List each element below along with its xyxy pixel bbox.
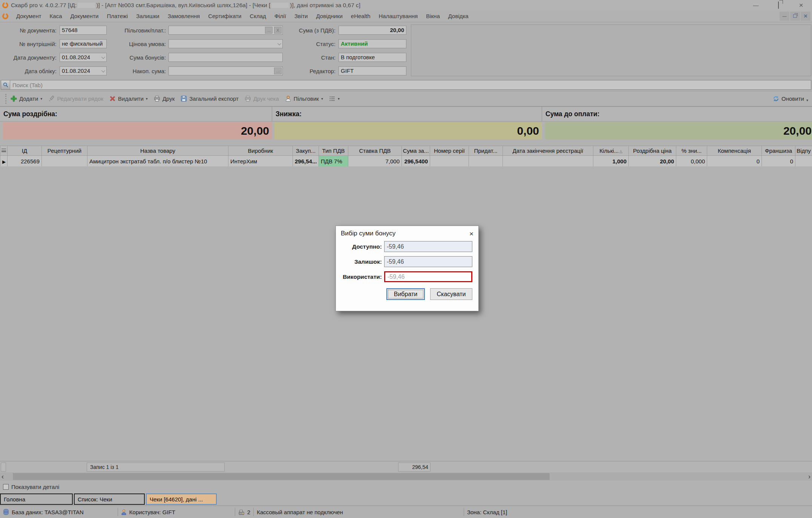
mdi-close-icon[interactable]: × <box>801 12 810 21</box>
bonus-sum-field[interactable] <box>169 53 283 62</box>
menu-filii[interactable]: Філії <box>270 11 290 21</box>
mdi-minimize-icon[interactable]: — <box>780 12 789 21</box>
mdi-restore-icon[interactable] <box>790 12 800 21</box>
minimize-icon[interactable]: — <box>752 2 760 8</box>
cell-validity[interactable] <box>469 156 503 167</box>
col-discount-pct[interactable]: % зни... <box>676 146 707 156</box>
search-icon[interactable] <box>1 80 10 89</box>
state-label: Стан: <box>286 54 336 61</box>
menu-zalyshky[interactable]: Залишки <box>132 11 164 21</box>
tab-spysok-cheky[interactable]: Список: Чеки <box>74 493 145 505</box>
cell-vat-rate[interactable]: 7,000 <box>348 156 402 167</box>
add-button[interactable]: Додати▾ <box>11 95 42 102</box>
cell-quantity[interactable]: 1,000 <box>593 156 629 167</box>
col-dispense[interactable]: Відпу <box>795 146 812 156</box>
col-prescription[interactable]: Рецептурний <box>42 146 87 156</box>
cell-discount-pct[interactable]: 0,000 <box>676 156 707 167</box>
use-field[interactable]: -59,46 <box>384 271 472 282</box>
col-product-name[interactable]: Назва товару <box>87 146 228 156</box>
col-compensation[interactable]: Компенсація <box>707 146 762 156</box>
cell-purchase[interactable]: 296,54... <box>293 156 319 167</box>
lookup-button[interactable]: … <box>265 27 273 34</box>
account-date-field[interactable]: 01.08.2024 <box>60 66 107 75</box>
cancel-button[interactable]: Скасувати <box>430 288 472 300</box>
cell-product-name[interactable]: Амицитрон экстратаб табл. п/о блистер №1… <box>87 156 228 167</box>
menu-zamovlennia[interactable]: Замовлення <box>164 11 204 21</box>
cell-retail-price[interactable]: 20,00 <box>629 156 676 167</box>
cell-franchise[interactable]: 0 <box>762 156 795 167</box>
cell-prescription[interactable] <box>42 156 87 167</box>
col-purchase[interactable]: Закуп... <box>293 146 319 156</box>
menu-dokument[interactable]: Документ <box>12 11 46 21</box>
toolbar-grip[interactable] <box>5 94 7 104</box>
clear-button[interactable]: X <box>274 27 282 34</box>
tab-holovna[interactable]: Головна <box>0 493 73 505</box>
col-validity[interactable]: Придат... <box>469 146 503 156</box>
cell-vat-type[interactable]: ПДВ 7% <box>319 156 348 167</box>
menu-sklad[interactable]: Склад <box>245 11 270 21</box>
chevron-down-icon[interactable] <box>101 55 105 59</box>
select-button[interactable]: Вибрати <box>386 288 425 300</box>
table-row[interactable]: ▶ 226569 Амицитрон экстратаб табл. п/о б… <box>0 156 812 167</box>
menu-ehealth[interactable]: eHealth <box>347 11 375 21</box>
delete-button[interactable]: Видалити▾ <box>109 95 148 102</box>
col-sum-for[interactable]: Сума за... <box>402 146 430 156</box>
menu-dokumenty[interactable]: Документи <box>66 11 103 21</box>
edit-row-button[interactable]: Редагувати рядок <box>48 95 103 102</box>
col-id[interactable]: ІД <box>8 146 42 156</box>
redacted-block <box>271 3 289 8</box>
col-reg-expiry[interactable]: Дата закінчення реєстрації <box>503 146 593 156</box>
cell-reg-expiry[interactable] <box>503 156 593 167</box>
doc-number-field[interactable]: 57648 <box>60 26 107 35</box>
menu-vikna[interactable]: Вікна <box>422 11 444 21</box>
search-input[interactable] <box>10 82 811 88</box>
internal-number-field[interactable]: не фискальный <box>60 39 107 48</box>
menu-dovidnyky[interactable]: Довідники <box>312 11 347 21</box>
chevron-down-icon[interactable] <box>101 69 105 72</box>
col-franchise[interactable]: Франшиза <box>762 146 795 156</box>
col-vat-rate[interactable]: Ставка ПДВ <box>348 146 402 156</box>
title-bar: Скарб pro v. 4.0.2.77 [ІД: )] - [Апт №00… <box>0 0 812 10</box>
print-receipt-button[interactable]: Друк чека <box>245 95 279 102</box>
chevron-down-icon[interactable] <box>277 42 281 45</box>
print-button[interactable]: Друк <box>154 95 175 102</box>
search-box[interactable] <box>1 80 811 90</box>
cell-manufacturer[interactable]: ИнтерХим <box>228 156 293 167</box>
horizontal-scrollbar[interactable]: ‹ › <box>0 472 812 481</box>
accum-sum-field[interactable]: … <box>169 66 283 75</box>
menu-nalashtuvannia[interactable]: Налаштування <box>375 11 422 21</box>
col-quantity[interactable]: Кількі...△ <box>593 146 629 156</box>
col-manufacturer[interactable]: Виробник <box>228 146 293 156</box>
cell-compensation[interactable]: 0 <box>707 156 762 167</box>
menu-sertyfikaty[interactable]: Сертифікати <box>204 11 245 21</box>
close-icon[interactable]: × <box>797 1 805 9</box>
tab-cheky-active[interactable]: Чеки [64620], дані ... <box>146 493 217 505</box>
scroll-right-icon[interactable]: › <box>808 472 810 481</box>
scroll-left-icon[interactable]: ‹ <box>2 472 4 481</box>
caret-down-icon: ▾ <box>40 97 42 101</box>
cell-id[interactable]: 226569 <box>8 156 42 167</box>
export-button[interactable]: Загальний експорт <box>181 95 239 102</box>
cell-dispense[interactable] <box>795 156 812 167</box>
beneficiary-field[interactable]: … X <box>169 26 283 35</box>
scrollbar-thumb[interactable] <box>13 473 550 480</box>
dialog-close-icon[interactable]: × <box>469 230 473 237</box>
menu-kasa[interactable]: Каса <box>46 11 66 21</box>
show-details-checkbox[interactable] <box>3 484 9 490</box>
beneficiary-button[interactable]: Пільговик▾ <box>285 95 323 102</box>
col-grip[interactable] <box>0 146 8 156</box>
col-serial[interactable]: Номер серії <box>430 146 469 156</box>
menu-zvity[interactable]: Звіти <box>290 11 312 21</box>
restore-icon[interactable] <box>774 2 783 8</box>
menu-dovidka[interactable]: Довідка <box>444 11 473 21</box>
price-condition-select[interactable] <box>169 39 283 48</box>
view-options-button[interactable]: ▾ <box>329 95 340 102</box>
cell-serial[interactable] <box>430 156 469 167</box>
lookup-button[interactable]: … <box>274 68 282 74</box>
refresh-button[interactable]: Оновити ▾ <box>773 95 812 102</box>
col-retail-price[interactable]: Роздрібна ціна <box>629 146 676 156</box>
cell-sum-for[interactable]: 296,5400 <box>402 156 430 167</box>
col-vat-type[interactable]: Тип ПДВ <box>319 146 348 156</box>
doc-date-field[interactable]: 01.08.2024 <box>60 53 107 62</box>
menu-platezhi[interactable]: Платежі <box>103 11 132 21</box>
